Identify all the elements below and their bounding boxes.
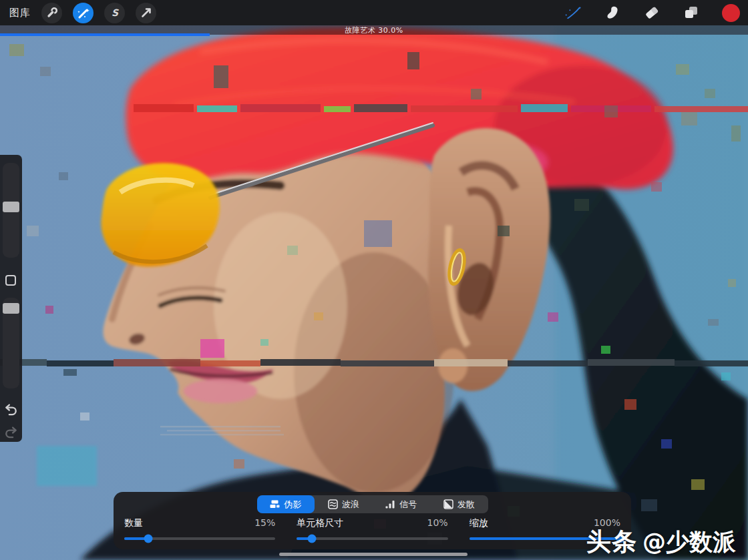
effect-title: 故障艺术 30.0% bbox=[345, 25, 403, 35]
watermark: 头条@少数派 bbox=[586, 525, 736, 559]
home-indicator[interactable] bbox=[279, 553, 467, 556]
wave-lines-icon bbox=[328, 499, 338, 509]
cell-size-slider: 单元格尺寸 10% bbox=[297, 517, 447, 540]
redo-button[interactable] bbox=[4, 426, 18, 440]
amount-track[interactable] bbox=[124, 537, 275, 540]
brush-opacity-handle[interactable] bbox=[3, 303, 19, 314]
amount-value: 15% bbox=[254, 517, 275, 528]
modify-button[interactable] bbox=[5, 275, 16, 286]
brush-size-handle[interactable] bbox=[3, 202, 19, 212]
cell-size-track[interactable] bbox=[297, 537, 447, 540]
tool-adjustments[interactable] bbox=[73, 3, 94, 23]
effect-tab-1[interactable]: 波浪 bbox=[315, 495, 373, 513]
watermark-brand: 头条 bbox=[586, 527, 637, 556]
cell-size-knob[interactable] bbox=[307, 535, 316, 543]
wrench-icon bbox=[46, 7, 58, 19]
artifact-blocks-icon bbox=[270, 499, 280, 509]
cell-size-value: 10% bbox=[427, 517, 448, 528]
amount-knob[interactable] bbox=[144, 535, 153, 543]
gallery-button[interactable]: 图库 bbox=[9, 7, 31, 19]
effect-tab-label: 波浪 bbox=[342, 499, 359, 511]
effect-tab-2[interactable]: 信号 bbox=[373, 495, 431, 513]
tool-selection[interactable]: S bbox=[104, 3, 125, 23]
svg-text:S: S bbox=[111, 7, 118, 18]
top-toolbar: 图库 S bbox=[0, 0, 748, 25]
magic-wand-icon bbox=[77, 6, 90, 19]
eraser-icon bbox=[644, 5, 660, 21]
color-swatch[interactable] bbox=[722, 4, 740, 22]
finger-icon bbox=[604, 5, 620, 21]
tool-layers[interactable] bbox=[683, 4, 700, 21]
effect-mode-tabs: 伪影 波浪 信号 bbox=[257, 495, 488, 513]
effect-tab-label: 伪影 bbox=[284, 499, 301, 511]
cell-size-label: 单元格尺寸 bbox=[297, 517, 343, 529]
amount-label: 数量 bbox=[124, 517, 143, 529]
diverge-square-icon bbox=[443, 499, 453, 509]
procreate-window: 故障艺术 30.0% 图库 bbox=[0, 0, 748, 560]
zoom-label: 缩放 bbox=[470, 517, 488, 529]
tool-smudge[interactable] bbox=[604, 4, 621, 21]
undo-icon bbox=[4, 403, 18, 417]
effect-tab-label: 发散 bbox=[457, 499, 475, 511]
tool-transform[interactable] bbox=[136, 3, 156, 23]
effect-tab-0[interactable]: 伪影 bbox=[257, 495, 315, 513]
brush-icon bbox=[564, 5, 582, 21]
tool-paint[interactable] bbox=[564, 4, 582, 21]
tool-erase[interactable] bbox=[643, 4, 661, 21]
tool-actions[interactable] bbox=[41, 3, 62, 23]
effect-sliders: 数量 15% 单元格尺寸 10% 缩放 100% bbox=[124, 517, 620, 540]
title-progress-fill bbox=[0, 33, 210, 36]
redo-icon bbox=[4, 426, 18, 440]
canvas-painting[interactable] bbox=[0, 25, 748, 560]
glitch-portrait-art bbox=[0, 25, 748, 560]
watermark-handle: @少数派 bbox=[642, 529, 736, 555]
effect-tab-3[interactable]: 发散 bbox=[430, 495, 488, 513]
amount-slider: 数量 15% bbox=[124, 517, 275, 540]
brush-sidebar bbox=[0, 155, 22, 442]
glitch-effect-panel: 伪影 波浪 信号 bbox=[114, 492, 631, 549]
signal-bars-icon bbox=[385, 499, 395, 509]
layers-icon bbox=[683, 5, 699, 21]
s-icon: S bbox=[109, 7, 121, 19]
arrow-icon bbox=[140, 7, 152, 19]
undo-button[interactable] bbox=[4, 403, 18, 417]
effect-tab-label: 信号 bbox=[399, 499, 417, 511]
